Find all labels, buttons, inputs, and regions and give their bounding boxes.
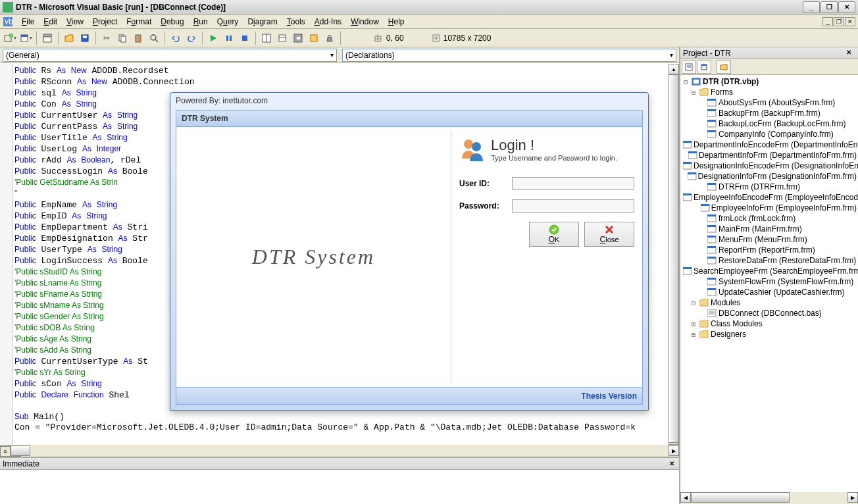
svg-rect-6 <box>43 34 51 36</box>
menu-view[interactable]: View <box>62 16 88 28</box>
form-item[interactable]: SystemFlowFrm (SystemFlowFrm.frm) <box>682 276 857 287</box>
form-item[interactable]: DTRFrm (DTRFrm.frm) <box>682 182 857 192</box>
save-button[interactable] <box>78 31 92 45</box>
svg-point-80 <box>472 142 481 151</box>
menu-file[interactable]: File <box>17 16 39 28</box>
menu-editor-button[interactable] <box>40 31 55 45</box>
menu-debug[interactable]: Debug <box>156 16 188 28</box>
form-item[interactable]: UpdateCashier (UpdateCashier.frm) <box>682 287 857 297</box>
form-item[interactable]: DesignationInfoFrm (DesignationInfoFrm.f… <box>682 171 857 182</box>
copy-button[interactable] <box>115 31 130 45</box>
svg-rect-16 <box>226 36 228 41</box>
form-item[interactable]: DepartmentInfoFrm (DepartmentInfoFrm.frm… <box>682 150 857 161</box>
forms-folder[interactable]: ⊟Forms <box>682 87 857 97</box>
login-title: Login ! <box>491 137 617 154</box>
mdi-close[interactable]: ✕ <box>845 17 855 26</box>
designers-folder[interactable]: ⊞Designers <box>682 329 857 340</box>
procedure-view-button[interactable]: ≡ <box>0 446 11 457</box>
menu-window[interactable]: Window <box>346 16 384 28</box>
svg-rect-46 <box>683 141 692 143</box>
form-item[interactable]: BackupFrm (BackupFrm.frm) <box>682 108 857 118</box>
immediate-input[interactable] <box>0 470 679 504</box>
form-item[interactable]: frmLock (frmLock.frm) <box>682 213 857 224</box>
form-item[interactable]: EmployeeInfoFrm (EmployeeInfoFrm.frm) <box>682 203 857 213</box>
undo-button[interactable] <box>168 31 183 45</box>
svg-text:vb: vb <box>5 17 13 26</box>
menu-diagram[interactable]: Diagram <box>243 16 282 28</box>
object-combo[interactable]: (General) <box>3 49 337 62</box>
dialog-titlebar[interactable]: Powered By: inettutor.com <box>170 93 648 109</box>
project-explorer-button[interactable] <box>259 31 274 45</box>
classmodules-folder[interactable]: ⊞Class Modules <box>682 318 857 329</box>
form-item[interactable]: BackupLocFrm (BackupLocFrm.frm) <box>682 118 857 129</box>
form-item[interactable]: ReportFrm (ReportFrm.frm) <box>682 245 857 255</box>
form-item[interactable]: RestoreDataFrm (RestoreDataFrm.frm) <box>682 255 857 266</box>
userid-input[interactable] <box>512 177 634 190</box>
form-item[interactable]: SearchEmployeeFrm (SearchEmployeeFrm.frm… <box>682 266 857 276</box>
form-item[interactable]: AboutSysFrm (AboutSysFrm.frm) <box>682 97 857 108</box>
break-button[interactable] <box>222 31 236 45</box>
close-dialog-button[interactable]: Close <box>584 222 634 247</box>
menu-edit[interactable]: Edit <box>39 16 62 28</box>
form-item[interactable]: CompanyInfo (CompanyInfo.frm) <box>682 129 857 139</box>
open-button[interactable] <box>62 31 76 45</box>
add-project-button[interactable]: ▾ <box>3 31 17 45</box>
mdi-restore[interactable]: ❐ <box>834 17 844 26</box>
login-subtitle: Type Username and Password to login. <box>491 154 617 162</box>
scroll-thumb-v[interactable] <box>669 74 679 443</box>
project-pane-close[interactable]: ✕ <box>846 49 855 58</box>
form-item[interactable]: DepartmentInfoEncodeFrm (DepartmentInfoE… <box>682 139 857 150</box>
svg-rect-18 <box>242 36 247 41</box>
proj-scroll-thumb[interactable] <box>691 492 790 503</box>
vertical-scrollbar[interactable]: ▲ ▼ <box>669 64 679 445</box>
redo-button[interactable] <box>184 31 199 45</box>
form-layout-button[interactable] <box>291 31 305 45</box>
immediate-title: Immediate <box>3 459 39 468</box>
view-code-button[interactable] <box>682 61 696 74</box>
dialog-footer: Thesis Version <box>176 388 643 405</box>
project-root[interactable]: ⊟DTR (DTR.vbp) <box>682 76 857 87</box>
properties-window-button[interactable] <box>275 31 290 45</box>
procedure-combo[interactable]: (Declarations) <box>342 49 676 62</box>
password-input[interactable] <box>512 199 634 213</box>
scroll-up-button[interactable]: ▲ <box>669 64 679 74</box>
project-tree[interactable]: ⊟DTR (DTR.vbp)⊟FormsAboutSysFrm (AboutSy… <box>680 75 858 492</box>
form-item[interactable]: DesignationInfoEncodeFrm (DesignationInf… <box>682 161 857 171</box>
form-item[interactable]: EmployeeInfoEncodeFrm (EmployeeInfoEncod… <box>682 192 857 203</box>
horizontal-scrollbar[interactable]: ≡ ▤ ◀ ▶ <box>0 445 679 457</box>
object-browser-button[interactable] <box>307 31 321 45</box>
ok-button[interactable]: OK <box>529 222 579 247</box>
menu-run[interactable]: Run <box>189 16 213 28</box>
start-button[interactable] <box>206 31 220 45</box>
mdi-minimize[interactable]: _ <box>822 17 833 26</box>
scroll-right-button[interactable]: ▶ <box>669 445 679 456</box>
toolbox-button[interactable] <box>322 31 337 45</box>
menu-addins[interactable]: Add-Ins <box>310 16 346 28</box>
form-item[interactable]: MainFrm (MainFrm.frm) <box>682 224 857 234</box>
toggle-folders-button[interactable] <box>717 61 731 74</box>
project-hscroll[interactable]: ◀ ▶ <box>680 492 858 504</box>
modules-folder[interactable]: ⊟Modules <box>682 297 857 308</box>
view-object-button[interactable] <box>697 61 711 74</box>
minimize-button[interactable]: _ <box>803 1 820 13</box>
paste-button[interactable] <box>131 31 145 45</box>
maximize-button[interactable]: ❐ <box>820 1 838 13</box>
proj-scroll-left[interactable]: ◀ <box>680 492 691 503</box>
menu-query[interactable]: Query <box>213 16 243 28</box>
menu-project[interactable]: Project <box>88 16 122 28</box>
add-form-button[interactable]: ▾ <box>18 31 33 45</box>
scroll-thumb-h[interactable] <box>11 445 30 456</box>
svg-rect-21 <box>279 35 286 41</box>
close-button[interactable]: ✕ <box>838 1 855 13</box>
menu-help[interactable]: Help <box>384 16 409 28</box>
cut-button[interactable]: ✂ <box>99 31 114 45</box>
menu-tools[interactable]: Tools <box>282 16 310 28</box>
find-button[interactable] <box>147 31 161 45</box>
end-button[interactable] <box>238 31 252 45</box>
proj-scroll-right[interactable]: ▶ <box>847 492 858 503</box>
module-item[interactable]: DBConnect (DBConnect.bas) <box>682 308 857 318</box>
menu-format[interactable]: Format <box>122 16 156 28</box>
immediate-close[interactable]: ✕ <box>667 459 676 468</box>
code-gutter <box>0 64 13 445</box>
form-item[interactable]: MenuFrm (MenuFrm.frm) <box>682 234 857 245</box>
